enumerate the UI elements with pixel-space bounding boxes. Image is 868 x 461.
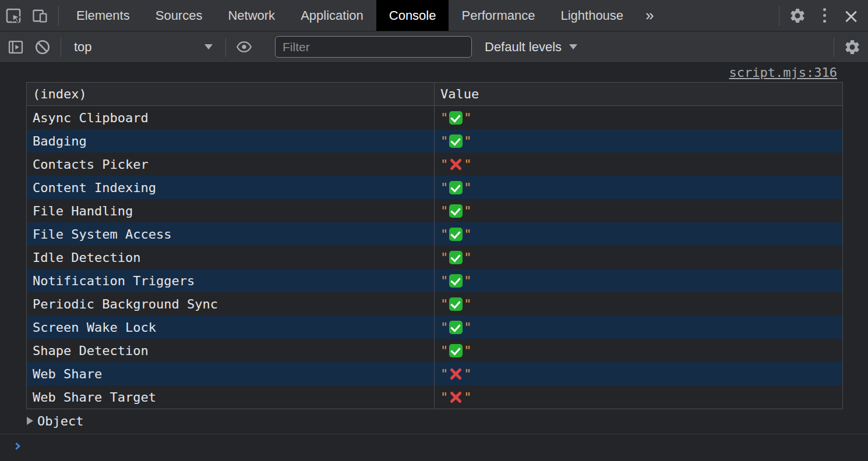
tab-application[interactable]: Application xyxy=(288,0,376,31)
close-devtools-button[interactable]: × xyxy=(838,2,865,29)
devtools-tab-bar: ElementsSourcesNetworkApplicationConsole… xyxy=(0,0,868,31)
kebab-menu-icon xyxy=(823,7,826,24)
table-row[interactable]: Shape Detection"" xyxy=(27,339,842,362)
string-quote: " xyxy=(464,390,471,405)
table-row[interactable]: Contacts Picker"" xyxy=(27,153,842,176)
tab-performance[interactable]: Performance xyxy=(449,0,548,31)
console-messages-pane: script.mjs:316 (index) Value Async Clipb… xyxy=(0,63,868,461)
feature-name-cell: Idle Detection xyxy=(27,246,435,269)
inspect-cursor-icon xyxy=(4,6,23,25)
string-quote: " xyxy=(440,204,448,218)
tab-sources[interactable]: Sources xyxy=(143,0,216,31)
console-object-row[interactable]: Object xyxy=(0,409,868,432)
console-table-body: Async Clipboard""Badging""Contacts Picke… xyxy=(27,106,842,409)
string-quote: " xyxy=(464,204,471,218)
table-row[interactable]: Web Share Target"" xyxy=(27,385,842,409)
device-toolbar-button[interactable] xyxy=(27,2,54,29)
context-selector-label: top xyxy=(74,40,92,55)
feature-value-cell: "" xyxy=(435,362,842,385)
more-options-button[interactable] xyxy=(811,2,838,29)
check-icon xyxy=(449,204,463,218)
feature-value-cell: "" xyxy=(435,292,842,315)
table-row[interactable]: Idle Detection"" xyxy=(27,246,842,269)
settings-button[interactable] xyxy=(784,2,811,29)
string-quote: " xyxy=(440,390,448,405)
string-quote: " xyxy=(440,320,448,335)
string-quote: " xyxy=(464,111,471,125)
more-tabs-button[interactable]: » xyxy=(636,0,663,31)
console-sidebar-button[interactable] xyxy=(2,34,29,61)
check-icon xyxy=(449,228,463,241)
table-row[interactable]: Periodic Background Sync"" xyxy=(27,292,842,315)
tab-console[interactable]: Console xyxy=(376,0,449,31)
feature-value-cell: "" xyxy=(435,315,842,339)
log-levels-dropdown[interactable]: Default levels xyxy=(481,39,581,55)
check-icon xyxy=(449,181,463,194)
check-icon xyxy=(449,251,463,264)
feature-value-cell: "" xyxy=(435,339,842,362)
console-toolbar: top Default levels xyxy=(0,31,868,63)
panel-tabs: ElementsSourcesNetworkApplicationConsole… xyxy=(63,0,636,31)
console-prompt[interactable] xyxy=(0,434,868,461)
console-table-header: (index) Value xyxy=(27,83,842,106)
tab-lighthouse[interactable]: Lighthouse xyxy=(548,0,636,31)
table-row[interactable]: File System Access"" xyxy=(27,222,842,246)
expand-triangle-icon[interactable] xyxy=(27,417,33,425)
filter-input[interactable] xyxy=(275,36,472,58)
tab-elements[interactable]: Elements xyxy=(63,0,143,31)
console-settings-button[interactable] xyxy=(839,34,866,61)
device-toolbar-icon xyxy=(31,7,49,24)
gear-icon xyxy=(789,7,806,24)
console-toolbar-right xyxy=(829,34,868,61)
toolbar-divider xyxy=(779,6,779,26)
check-icon xyxy=(449,297,463,311)
string-quote: " xyxy=(440,134,448,148)
string-quote: " xyxy=(440,227,448,242)
check-icon xyxy=(449,344,463,357)
cross-icon xyxy=(449,158,463,171)
console-table: (index) Value Async Clipboard""Badging""… xyxy=(26,82,843,409)
table-row[interactable]: Notification Triggers"" xyxy=(27,269,842,292)
log-levels-label: Default levels xyxy=(485,40,562,55)
string-quote: " xyxy=(464,157,471,172)
clear-console-button[interactable] xyxy=(29,34,56,61)
eye-icon xyxy=(235,39,253,55)
toolbar-divider xyxy=(225,37,226,57)
clear-console-icon xyxy=(34,39,51,55)
string-quote: " xyxy=(440,157,448,172)
console-sidebar-icon xyxy=(7,38,24,56)
feature-name-cell: Contacts Picker xyxy=(27,153,435,176)
table-row[interactable]: Web Share"" xyxy=(27,362,842,385)
gear-icon xyxy=(844,38,861,56)
cross-icon xyxy=(449,391,463,404)
execution-context-selector[interactable]: top xyxy=(66,31,221,62)
toolbar-divider xyxy=(58,6,59,26)
table-row[interactable]: Content Indexing"" xyxy=(27,176,842,199)
feature-value-cell: "" xyxy=(435,246,842,269)
feature-name-cell: File Handling xyxy=(27,199,435,222)
tab-network[interactable]: Network xyxy=(215,0,288,31)
string-quote: " xyxy=(464,274,471,288)
table-row[interactable]: Async Clipboard"" xyxy=(27,106,842,129)
feature-name-cell: Periodic Background Sync xyxy=(27,292,435,315)
toolbar-divider xyxy=(61,37,61,57)
feature-value-cell: "" xyxy=(435,176,842,199)
live-expression-button[interactable] xyxy=(231,34,257,61)
dropdown-arrow-icon xyxy=(204,44,213,49)
string-quote: " xyxy=(464,134,471,148)
table-header-value: Value xyxy=(435,83,842,105)
feature-value-cell: "" xyxy=(435,129,842,153)
table-row[interactable]: Screen Wake Lock"" xyxy=(27,315,842,339)
string-quote: " xyxy=(464,320,471,335)
console-source-link[interactable]: script.mjs:316 xyxy=(729,65,837,80)
string-quote: " xyxy=(464,180,471,195)
table-row[interactable]: File Handling"" xyxy=(27,199,842,222)
inspect-element-button[interactable] xyxy=(0,2,27,29)
check-icon xyxy=(449,321,463,334)
feature-name-cell: Async Clipboard xyxy=(27,106,435,129)
table-row[interactable]: Badging"" xyxy=(27,129,842,153)
feature-value-cell: "" xyxy=(435,385,842,409)
feature-value-cell: "" xyxy=(435,199,842,222)
table-header-index: (index) xyxy=(27,83,435,105)
dropdown-arrow-icon xyxy=(569,44,577,49)
